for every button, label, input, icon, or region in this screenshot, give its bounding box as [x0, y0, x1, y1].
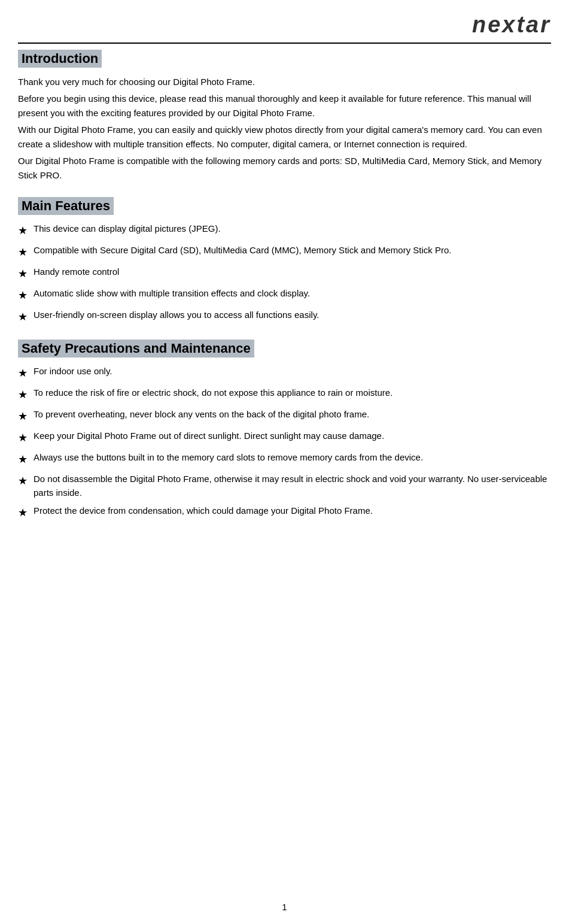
list-item: ★ User-friendly on-screen display allows… [18, 308, 551, 325]
feature-item-1: This device can display digital pictures… [34, 222, 551, 236]
introduction-body: Thank you very much for choosing our Dig… [18, 75, 551, 183]
list-item: ★ Protect the device from condensation, … [18, 504, 551, 521]
safety-item-6: Do not disassemble the Digital Photo Fra… [34, 472, 551, 499]
star-icon: ★ [18, 266, 28, 282]
star-icon: ★ [18, 505, 28, 521]
introduction-section: Introduction Thank you very much for cho… [18, 50, 551, 183]
star-icon: ★ [18, 408, 28, 425]
safety-item-2: To reduce the risk of fire or electric s… [34, 386, 551, 400]
introduction-header: Introduction [18, 50, 102, 68]
intro-para-3: With our Digital Photo Frame, you can ea… [18, 123, 551, 152]
main-features-header: Main Features [18, 197, 114, 215]
list-item: ★ To prevent overheating, never block an… [18, 408, 551, 425]
star-icon: ★ [18, 430, 28, 446]
intro-para-2: Before you begin using this device, plea… [18, 92, 551, 120]
safety-header: Safety Precautions and Maintenance [18, 340, 254, 358]
star-icon: ★ [18, 244, 28, 260]
list-item: ★ Compatible with Secure Digital Card (S… [18, 244, 551, 260]
safety-list: ★ For indoor use only. ★ To reduce the r… [18, 365, 551, 521]
safety-heading: Safety Precautions and Maintenance [22, 341, 251, 356]
introduction-heading: Introduction [22, 51, 98, 66]
list-item: ★ Handy remote control [18, 265, 551, 282]
brand-logo: nextar [472, 12, 551, 38]
list-item: ★ Do not disassemble the Digital Photo F… [18, 472, 551, 499]
intro-para-1: Thank you very much for choosing our Dig… [18, 75, 551, 89]
star-icon: ★ [18, 452, 28, 468]
page-number: 1 [0, 902, 569, 912]
safety-item-5: Always use the buttons built in to the m… [34, 451, 551, 465]
list-item: ★ Automatic slide show with multiple tra… [18, 287, 551, 304]
list-item: ★ Always use the buttons built in to the… [18, 451, 551, 468]
list-item: ★ To reduce the risk of fire or electric… [18, 386, 551, 403]
intro-para-4: Our Digital Photo Frame is compatible wi… [18, 154, 551, 183]
safety-section: Safety Precautions and Maintenance ★ For… [18, 340, 551, 521]
star-icon: ★ [18, 365, 28, 381]
logo-area: nextar [18, 12, 551, 44]
star-icon: ★ [18, 287, 28, 304]
feature-item-4: Automatic slide show with multiple trans… [34, 287, 551, 301]
feature-item-5: User-friendly on-screen display allows y… [34, 308, 551, 322]
safety-item-3: To prevent overheating, never block any … [34, 408, 551, 422]
safety-item-1: For indoor use only. [34, 365, 551, 378]
star-icon: ★ [18, 309, 28, 325]
star-icon: ★ [18, 473, 28, 489]
main-features-heading: Main Features [22, 198, 110, 214]
safety-item-4: Keep your Digital Photo Frame out of dir… [34, 429, 551, 443]
feature-item-3: Handy remote control [34, 265, 551, 279]
list-item: ★ This device can display digital pictur… [18, 222, 551, 239]
star-icon: ★ [18, 223, 28, 239]
feature-item-2: Compatible with Secure Digital Card (SD)… [34, 244, 551, 257]
safety-item-7: Protect the device from condensation, wh… [34, 504, 551, 518]
list-item: ★ For indoor use only. [18, 365, 551, 381]
list-item: ★ Keep your Digital Photo Frame out of d… [18, 429, 551, 446]
star-icon: ★ [18, 387, 28, 403]
main-features-section: Main Features ★ This device can display … [18, 197, 551, 325]
main-features-list: ★ This device can display digital pictur… [18, 222, 551, 325]
